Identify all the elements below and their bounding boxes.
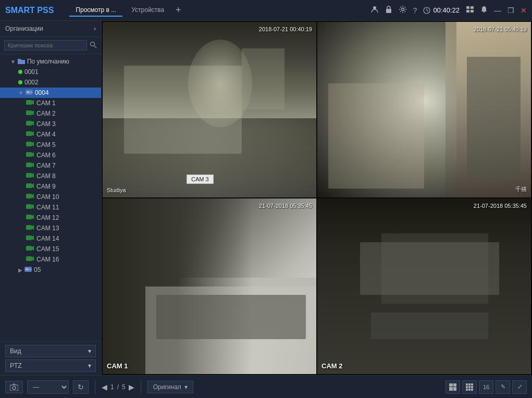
- quality-arrow: ▾: [184, 383, 188, 391]
- tree-item-0001[interactable]: 0001: [0, 67, 101, 77]
- layout-2x2-button[interactable]: [446, 380, 460, 394]
- tree-label-cam4: CAM 4: [36, 131, 56, 138]
- svg-rect-26: [26, 152, 32, 157]
- tree-item-default[interactable]: ▼ По умолчанию: [0, 56, 101, 67]
- help-icon[interactable]: ?: [413, 6, 417, 15]
- layout-3x3-icon: [466, 383, 473, 391]
- svg-marker-21: [32, 121, 34, 126]
- tree-item-05[interactable]: ▶ 05: [0, 265, 101, 275]
- search-input[interactable]: [4, 40, 87, 51]
- tree-label-cam5: CAM 5: [36, 141, 56, 148]
- page-navigation: ◀ 1 / 5 ▶: [102, 383, 134, 391]
- layout-2x2-icon: [449, 383, 456, 391]
- cam-icon-cam7: [26, 162, 34, 169]
- tree-item-cam3[interactable]: CAM 3: [0, 119, 101, 129]
- tree-item-cam15[interactable]: CAM 15: [0, 244, 101, 254]
- camera-cell-bottom-right[interactable]: 21-07-2018 05:35:45 CAM 2: [317, 198, 531, 374]
- cam-icon-cam13: [26, 225, 34, 232]
- layout-16-button[interactable]: 16: [479, 380, 493, 394]
- svg-rect-49: [26, 268, 29, 270]
- tree-item-cam13[interactable]: CAM 13: [0, 223, 101, 233]
- camera-cell-top-right[interactable]: 2018-07-21 05:40:19 千禧: [317, 22, 531, 197]
- tree-item-cam7[interactable]: CAM 7: [0, 160, 101, 171]
- tree-item-cam9[interactable]: CAM 9: [0, 181, 101, 192]
- tree-item-cam2[interactable]: CAM 2: [0, 108, 101, 119]
- tree-item-cam16[interactable]: CAM 16: [0, 254, 101, 265]
- nav-add-button[interactable]: +: [176, 5, 181, 16]
- view-label: Вид: [10, 347, 21, 355]
- tree-label-0001: 0001: [24, 68, 39, 76]
- sidebar-bottom: Вид ▾ PTZ ▾: [0, 341, 101, 375]
- user-icon[interactable]: [370, 5, 379, 15]
- camera-cell-top-left[interactable]: 2018-07-21 00:40:19 Studiya: [103, 22, 316, 197]
- snapshot-button[interactable]: [5, 381, 23, 393]
- svg-rect-7: [471, 6, 474, 9]
- camera-grid: 2018-07-21 00:40:19 Studiya 2018-07-21 0…: [102, 21, 532, 375]
- grid-icon[interactable]: [466, 6, 474, 15]
- svg-point-15: [30, 92, 32, 93]
- lock-icon[interactable]: [385, 5, 392, 15]
- tab-devices[interactable]: Устройства: [125, 4, 170, 17]
- edit-layout-button[interactable]: ✎: [496, 380, 510, 394]
- expand-arrow-0004: ▼: [18, 90, 23, 96]
- cam-icon-cam10: [26, 193, 34, 201]
- tree-item-cam12[interactable]: CAM 12: [0, 213, 101, 223]
- refresh-button[interactable]: ↻: [73, 380, 89, 394]
- svg-point-52: [13, 386, 16, 389]
- app-logo: SMART PSS: [5, 6, 54, 15]
- tree-item-0002[interactable]: 0002: [0, 77, 101, 88]
- svg-marker-27: [32, 152, 34, 157]
- svg-rect-42: [26, 235, 32, 240]
- close-button[interactable]: ✕: [521, 6, 527, 15]
- tab-view[interactable]: Просмотр в ...: [69, 4, 122, 17]
- svg-marker-43: [32, 235, 34, 240]
- clock: 00:40:22: [423, 6, 460, 14]
- tree-label-cam1: CAM 1: [36, 100, 56, 107]
- stream-select-wrapper: —: [27, 380, 69, 394]
- tree-label-0002: 0002: [24, 79, 39, 86]
- tree-item-cam10[interactable]: CAM 10: [0, 192, 101, 202]
- tree-item-0004[interactable]: ▼ 0004: [0, 88, 101, 98]
- cam-timestamp-tl: 2018-07-21 00:40:19: [259, 26, 312, 32]
- fullscreen-button[interactable]: ⤢: [512, 380, 527, 394]
- tree-item-cam1[interactable]: CAM 1: [0, 98, 101, 108]
- camera-cell-bottom-left[interactable]: 21-07-2018 05:35:45 CAM 1: [103, 198, 316, 374]
- view-arrow: ▾: [88, 347, 91, 355]
- search-icon[interactable]: [90, 41, 97, 50]
- restore-button[interactable]: ❐: [508, 6, 514, 15]
- svg-marker-45: [32, 246, 34, 251]
- prev-page-button[interactable]: ◀: [102, 383, 107, 391]
- svg-rect-36: [26, 204, 32, 209]
- stream-select[interactable]: —: [27, 380, 69, 394]
- tree-item-cam6[interactable]: CAM 6: [0, 150, 101, 160]
- tree-item-cam14[interactable]: CAM 14: [0, 233, 101, 244]
- settings-icon[interactable]: [399, 5, 407, 15]
- next-page-button[interactable]: ▶: [129, 383, 134, 391]
- svg-point-2: [401, 8, 404, 11]
- cam-icon-cam3: [26, 120, 34, 128]
- tree-item-cam11[interactable]: CAM 11: [0, 202, 101, 213]
- sidebar-expand-icon[interactable]: ›: [94, 25, 96, 32]
- ptz-select[interactable]: PTZ ▾: [5, 359, 96, 372]
- cam-icon-cam2: [26, 110, 34, 117]
- dvr-icon-05: [24, 266, 32, 273]
- layout-3x3-button[interactable]: [462, 380, 477, 394]
- tree-item-cam5[interactable]: CAM 5: [0, 140, 101, 150]
- svg-rect-20: [26, 121, 32, 126]
- cam-corner-tr: 千禧: [515, 185, 527, 193]
- svg-point-50: [30, 269, 31, 270]
- tree-item-cam4[interactable]: CAM 4: [0, 129, 101, 140]
- svg-marker-39: [32, 215, 34, 219]
- main-area: Организации › ▼ По умолчанию 0001: [0, 21, 532, 375]
- minimize-button[interactable]: —: [494, 6, 501, 15]
- edit-icon: ✎: [501, 383, 505, 390]
- svg-rect-34: [26, 194, 32, 198]
- tree-label-cam3: CAM 3: [36, 120, 56, 128]
- tree-label-cam10: CAM 10: [36, 193, 59, 201]
- tree-item-cam8[interactable]: CAM 8: [0, 171, 101, 181]
- device-tree: ▼ По умолчанию 0001 0002 ▼: [0, 54, 101, 341]
- quality-select[interactable]: Оригинал ▾: [147, 381, 193, 393]
- sidebar-header: Организации ›: [0, 21, 101, 37]
- bell-icon[interactable]: [480, 5, 488, 15]
- view-select[interactable]: Вид ▾: [5, 345, 96, 357]
